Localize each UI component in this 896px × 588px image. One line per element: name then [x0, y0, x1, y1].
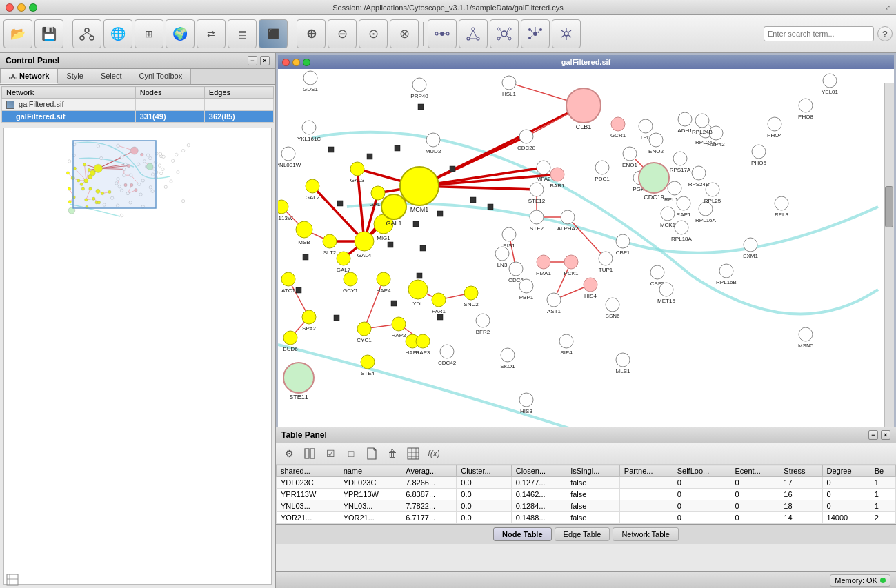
help-button[interactable]: ? [877, 26, 893, 41]
table-panel-title: Table Panel [281, 430, 327, 440]
network-row-1[interactable]: galFiltered.sif 331(49) 362(85) [2, 111, 274, 123]
svg-line-43 [11, 77, 13, 78]
svg-point-318 [675, 221, 688, 234]
table-close-button[interactable]: × [881, 430, 890, 440]
search-input[interactable] [764, 26, 874, 41]
svg-point-266 [281, 272, 295, 286]
svg-line-13 [470, 30, 473, 37]
trash-tool-button[interactable]: 🗑 [385, 446, 400, 461]
tab-select[interactable]: Select [92, 69, 131, 84]
table-minimize-button[interactable]: − [868, 430, 878, 440]
svg-rect-396 [408, 448, 419, 459]
panel-minimize-button[interactable]: − [248, 56, 257, 65]
svg-text:STE11: STE11 [289, 394, 308, 401]
svg-text:ATC1: ATC1 [281, 287, 295, 294]
svg-point-316 [699, 202, 713, 216]
zoom-in-button[interactable]: ⊕ [297, 19, 326, 48]
net2-button[interactable] [459, 19, 488, 48]
gear-tool-button[interactable]: ⚙ [281, 446, 297, 461]
save-button[interactable]: 💾 [34, 19, 63, 48]
col-degree: Degree [822, 465, 870, 477]
graph-scrollbar[interactable] [884, 83, 894, 427]
svg-point-129 [160, 172, 163, 174]
zoom-selected-button[interactable]: ⊗ [390, 19, 419, 48]
formula-tool-button[interactable]: f(x) [426, 446, 441, 461]
checkbox-tool-button[interactable]: ☑ [323, 446, 338, 461]
svg-text:BAR1: BAR1 [550, 183, 565, 189]
minimize-button[interactable] [17, 3, 26, 12]
svg-point-358 [677, 196, 690, 210]
graph-minimize-button[interactable] [292, 59, 300, 66]
tab-network[interactable]: Network [0, 69, 58, 84]
svg-point-314 [661, 207, 675, 221]
photo-button[interactable]: ⬛ [259, 19, 288, 48]
status-left[interactable] [6, 571, 19, 588]
tab-edge-table[interactable]: Edge Table [555, 527, 610, 541]
svg-point-254 [357, 322, 371, 336]
graph-view[interactable]: MCM1MIG1GAL3GAL10GAL4GAL2GAL7GAL1GCY1HAP… [278, 69, 894, 427]
arrow-button[interactable]: ⇄ [197, 19, 226, 48]
svg-text:HSP42: HSP42 [707, 141, 725, 148]
svg-point-280 [547, 293, 561, 307]
zoom-out-button[interactable]: ⊖ [328, 19, 357, 48]
panel-close-button[interactable]: × [260, 56, 270, 65]
close-button[interactable] [6, 3, 14, 12]
svg-point-354 [611, 117, 625, 131]
svg-text:SXM1: SXM1 [743, 253, 758, 259]
svg-line-21 [500, 30, 501, 32]
network-row-0[interactable]: galFiltered.sif [2, 99, 274, 111]
svg-point-139 [171, 159, 174, 162]
graph-scrollbar-thumb[interactable] [885, 186, 893, 227]
svg-rect-211 [418, 104, 424, 110]
edges-col-header: Edges [204, 87, 273, 99]
svg-text:CBF1: CBF1 [616, 250, 630, 256]
table-row[interactable]: YNL03...YNL03...7.7822...0.00.1284...fal… [277, 500, 896, 512]
tab-style[interactable]: Style [58, 69, 92, 84]
layout-button[interactable]: ▤ [228, 19, 257, 48]
file-tool-button[interactable] [364, 446, 379, 461]
svg-point-296 [509, 262, 523, 276]
grid-tool-button[interactable] [406, 446, 421, 461]
svg-rect-223 [296, 287, 301, 293]
svg-line-35 [568, 30, 571, 32]
net4-button[interactable] [521, 19, 550, 48]
tab-cyni-toolbox[interactable]: Cyni Toolbox [130, 69, 191, 84]
svg-text:STE12: STE12 [528, 198, 546, 204]
svg-point-101 [66, 172, 69, 174]
svg-point-140 [175, 153, 178, 156]
svg-rect-210 [395, 145, 400, 151]
table-scroll[interactable]: shared... name Averag... Cluster... Clos… [276, 465, 896, 524]
svg-text:PRP40: PRP40 [410, 93, 428, 99]
svg-point-390 [695, 114, 709, 128]
col-closeness: Closen... [511, 465, 566, 477]
net5-button[interactable] [552, 19, 581, 48]
square-tool-button[interactable]: □ [344, 446, 359, 461]
svg-point-5 [440, 32, 444, 36]
svg-text:HIS4: HIS4 [584, 293, 597, 299]
net3-button[interactable] [490, 19, 519, 48]
globe2-button[interactable]: 🌍 [166, 19, 195, 48]
graph-maximize-button[interactable] [303, 59, 310, 66]
svg-text:MUD2: MUD2 [426, 148, 441, 154]
svg-point-242 [344, 272, 357, 286]
svg-point-308 [616, 234, 630, 248]
net1-button[interactable] [428, 19, 457, 48]
network-button[interactable] [72, 19, 101, 48]
tab-node-table[interactable]: Node Table [493, 527, 551, 541]
columns-tool-button[interactable] [302, 446, 317, 461]
svg-text:PCK1: PCK1 [564, 270, 579, 276]
svg-point-290 [564, 255, 578, 269]
table-row[interactable]: YPR113WYPR113W6.8387...0.00.1462...false… [277, 489, 896, 500]
tab-network-table[interactable]: Network Table [613, 527, 679, 541]
globe-button[interactable]: 🌐 [103, 19, 132, 48]
open-button[interactable]: 📂 [3, 19, 32, 48]
table-row[interactable]: YDL023CYDL023C7.8266...0.00.1277...false… [277, 477, 896, 489]
table-row[interactable]: YOR21...YOR21...6.7177...0.00.1488...fal… [277, 512, 896, 524]
maximize-button[interactable] [29, 3, 37, 12]
svg-point-132 [170, 180, 172, 183]
zoom-fit-button[interactable]: ⊙ [359, 19, 388, 48]
network-name-1: galFiltered.sif [2, 111, 136, 123]
graph-close-button[interactable] [282, 59, 290, 66]
table-button[interactable]: ⊞ [135, 19, 163, 48]
svg-point-41 [10, 77, 12, 79]
